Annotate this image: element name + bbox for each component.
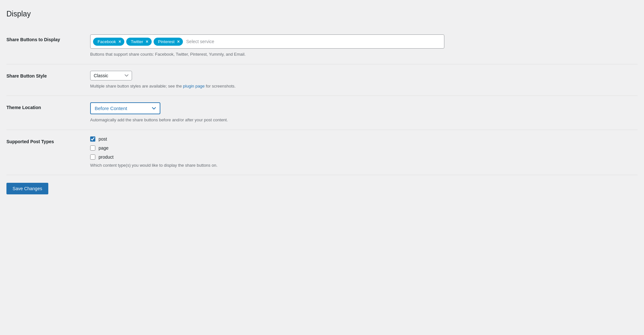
- supported-post-types-label-col: Supported Post Types: [6, 136, 90, 144]
- theme-location-label-col: Theme Location: [6, 102, 90, 110]
- share-buttons-label: Share Buttons to Display: [6, 37, 60, 42]
- post-type-post-item: post: [90, 136, 638, 142]
- style-help-prefix: Multiple share button styles are availab…: [90, 84, 183, 88]
- post-type-post-checkbox[interactable]: [90, 136, 95, 142]
- supported-post-types-help: Which content type(s) you would like to …: [90, 162, 638, 169]
- share-buttons-label-col: Share Buttons to Display: [6, 34, 90, 42]
- share-buttons-placeholder: Select service: [185, 38, 215, 45]
- tag-twitter: Twitter ×: [126, 38, 151, 46]
- share-button-style-label-col: Share Button Style: [6, 71, 90, 79]
- supported-post-types-row: Supported Post Types post page product W…: [6, 130, 638, 175]
- remove-pinterest-button[interactable]: ×: [177, 39, 180, 44]
- tag-pinterest-label: Pinterest: [158, 39, 175, 44]
- share-button-style-row: Share Button Style Classic Modern Icon I…: [6, 64, 638, 96]
- post-type-product-checkbox[interactable]: [90, 154, 95, 160]
- supported-post-types-label: Supported Post Types: [6, 139, 54, 144]
- share-buttons-field: Facebook × Twitter × Pinterest × Select …: [90, 34, 638, 58]
- post-type-page-item: page: [90, 145, 638, 151]
- tag-twitter-label: Twitter: [131, 39, 143, 44]
- remove-twitter-button[interactable]: ×: [146, 39, 148, 44]
- post-types-checkbox-group: post page product: [90, 136, 638, 160]
- post-type-page-checkbox[interactable]: [90, 145, 95, 151]
- theme-location-select[interactable]: Before Content After Content Before and …: [90, 102, 160, 114]
- supported-post-types-field: post page product Which content type(s) …: [90, 136, 638, 169]
- plugin-page-link[interactable]: plugin page: [183, 84, 204, 88]
- remove-facebook-button[interactable]: ×: [118, 39, 121, 44]
- save-changes-button[interactable]: Save Changes: [6, 183, 48, 194]
- share-button-style-help: Multiple share button styles are availab…: [90, 83, 638, 89]
- tag-facebook-label: Facebook: [98, 39, 116, 44]
- theme-location-label: Theme Location: [6, 105, 41, 110]
- share-buttons-row: Share Buttons to Display Facebook × Twit…: [6, 28, 638, 64]
- share-button-style-field: Classic Modern Icon Icon + Count Multipl…: [90, 71, 638, 89]
- post-type-post-label: post: [99, 136, 107, 142]
- theme-location-help: Automagically add the share buttons befo…: [90, 117, 638, 123]
- share-buttons-help: Buttons that support share counts: Faceb…: [90, 51, 638, 58]
- theme-location-field: Before Content After Content Before and …: [90, 102, 638, 123]
- share-button-style-label: Share Button Style: [6, 73, 47, 79]
- post-type-product-label: product: [99, 154, 114, 160]
- theme-location-row: Theme Location Before Content After Cont…: [6, 96, 638, 130]
- page-title: Display: [6, 10, 638, 18]
- post-type-product-item: product: [90, 154, 638, 160]
- share-buttons-multiselect[interactable]: Facebook × Twitter × Pinterest × Select …: [90, 34, 444, 49]
- tag-pinterest: Pinterest ×: [154, 38, 183, 46]
- style-help-suffix: for screenshots.: [205, 84, 236, 88]
- share-button-style-select[interactable]: Classic Modern Icon Icon + Count: [90, 71, 132, 80]
- post-type-page-label: page: [99, 145, 109, 151]
- tag-facebook: Facebook ×: [93, 38, 124, 46]
